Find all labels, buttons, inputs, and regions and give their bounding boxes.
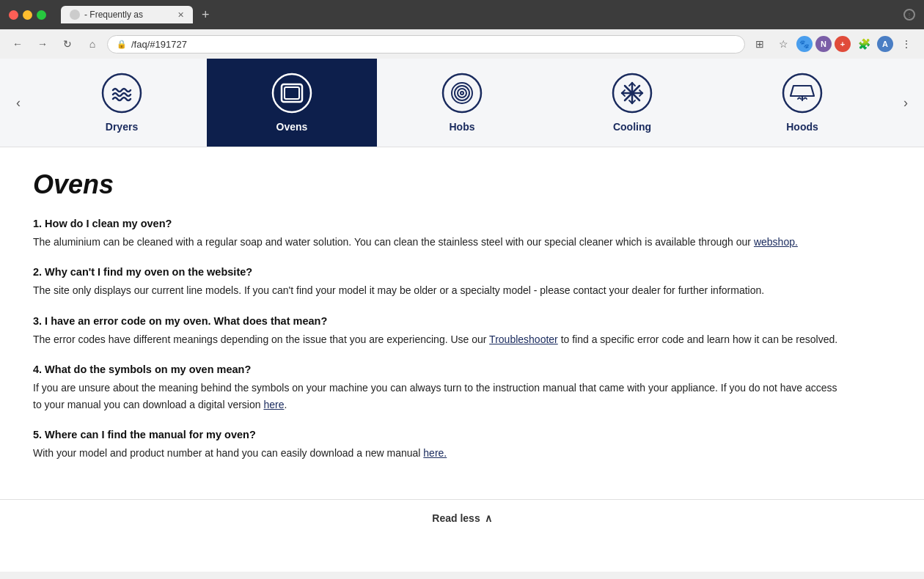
faq-answer-2: The site only displays our current line …	[33, 282, 847, 298]
hobs-icon	[441, 73, 483, 114]
ext-button-2[interactable]: N	[815, 36, 832, 52]
cooling-label: Cooling	[613, 121, 651, 133]
hoods-label: Hoods	[786, 121, 818, 133]
svg-point-0	[103, 74, 141, 112]
category-item-ovens[interactable]: Ovens	[207, 59, 377, 147]
lock-icon: 🔒	[117, 40, 127, 49]
browser-menu-icon[interactable]: ⋮	[903, 9, 915, 21]
active-tab[interactable]: - Frequently as ✕	[61, 6, 193, 23]
read-less-label: Read less	[432, 512, 480, 524]
tab-bar: - Frequently as ✕ +	[61, 6, 898, 23]
browser-toolbar: ← → ↻ ⌂ 🔒 /faq/#191727 ⊞ ☆ 🐾 N + 🧩 A ⋮	[0, 29, 924, 59]
webshop-link[interactable]: webshop.	[754, 236, 798, 248]
browser-chrome: - Frequently as ✕ + ⋮ ← → ↻ ⌂ 🔒 /faq/#19…	[0, 0, 924, 59]
minimize-button[interactable]	[23, 10, 32, 20]
faq-item-5: 5. Where can I find the manual for my ov…	[33, 429, 847, 461]
maximize-button[interactable]	[37, 10, 46, 20]
new-tab-button[interactable]: +	[196, 7, 216, 23]
tab-close-icon[interactable]: ✕	[177, 10, 184, 20]
hobs-label: Hobs	[450, 121, 475, 133]
faq-question-5: 5. Where can I find the manual for my ov…	[33, 429, 847, 440]
dryers-label: Dryers	[106, 121, 138, 133]
category-nav: ‹ Dryers	[0, 59, 924, 147]
faq-answer-1: The aluminium can be cleaned with a regu…	[33, 234, 847, 250]
ovens-label: Ovens	[276, 121, 308, 133]
read-less-button[interactable]: Read less ∧	[432, 512, 491, 524]
category-item-hoods[interactable]: Hoods	[717, 59, 887, 147]
category-item-dryers[interactable]: Dryers	[37, 59, 207, 147]
home-button[interactable]: ⌂	[82, 34, 103, 54]
faq-item-2: 2. Why can't I find my oven on the websi…	[33, 266, 847, 298]
url-text: /faq/#191727	[131, 39, 187, 50]
hoods-icon	[782, 73, 823, 114]
faq-question-4: 4. What do the symbols on my oven mean?	[33, 364, 847, 375]
back-button[interactable]: ←	[7, 34, 28, 54]
svg-rect-3	[285, 87, 299, 99]
close-button[interactable]	[9, 10, 18, 20]
faq-question-1: 1. How do I clean my oven?	[33, 218, 847, 229]
manual-download-link[interactable]: here	[263, 399, 284, 410]
svg-point-1	[273, 74, 311, 112]
page-content: ‹ Dryers	[0, 59, 924, 572]
traffic-lights	[9, 10, 46, 20]
faq-item-1: 1. How do I clean my oven? The aluminium…	[33, 218, 847, 250]
read-less-bar: Read less ∧	[0, 499, 924, 536]
prev-category-button[interactable]: ‹	[0, 59, 37, 147]
extensions-button[interactable]: 🧩	[854, 34, 874, 54]
toolbar-actions: ⊞ ☆ 🐾 N + 🧩 A ⋮	[749, 34, 917, 54]
category-items: Dryers Ovens	[37, 59, 887, 147]
faq-answer-5: With your model and product number at ha…	[33, 445, 847, 461]
ext-button-1[interactable]: 🐾	[796, 36, 813, 52]
refresh-button[interactable]: ↻	[57, 34, 78, 54]
tab-favicon	[70, 10, 80, 20]
troubleshooter-link[interactable]: Troubleshooter	[489, 333, 558, 345]
next-category-button[interactable]: ›	[887, 59, 924, 147]
faq-item-4: 4. What do the symbols on my oven mean? …	[33, 364, 847, 413]
address-bar[interactable]: 🔒 /faq/#191727	[107, 35, 745, 54]
faq-question-3: 3. I have an error code on my oven. What…	[33, 315, 847, 327]
category-item-cooling[interactable]: Cooling	[547, 59, 717, 147]
profile-avatar[interactable]: A	[877, 36, 893, 52]
more-options-button[interactable]: ⋮	[896, 34, 917, 54]
svg-point-4	[443, 74, 481, 112]
category-item-hobs[interactable]: Hobs	[377, 59, 547, 147]
ext-button-3[interactable]: +	[835, 36, 851, 52]
faq-answer-4: If you are unsure about the meaning behi…	[33, 380, 847, 413]
dryers-icon	[101, 73, 142, 114]
page-title: Ovens	[33, 169, 847, 200]
star-button[interactable]: ☆	[773, 34, 793, 54]
faq-item-3: 3. I have an error code on my oven. What…	[33, 315, 847, 347]
tab-title: - Frequently as	[84, 10, 143, 20]
browser-titlebar: - Frequently as ✕ + ⋮	[0, 0, 924, 29]
new-manual-link[interactable]: here.	[423, 447, 447, 459]
forward-button[interactable]: →	[32, 34, 53, 54]
faq-answer-3: The error codes have different meanings …	[33, 331, 847, 347]
svg-point-8	[461, 92, 463, 95]
svg-point-22	[783, 74, 821, 112]
main-content: Ovens 1. How do I clean my oven? The alu…	[0, 147, 880, 492]
svg-point-7	[458, 89, 466, 97]
faq-question-2: 2. Why can't I find my oven on the websi…	[33, 266, 847, 278]
chevron-up-icon: ∧	[485, 512, 492, 524]
grid-view-button[interactable]: ⊞	[749, 34, 770, 54]
cooling-icon	[612, 73, 653, 114]
ovens-icon	[271, 73, 312, 114]
